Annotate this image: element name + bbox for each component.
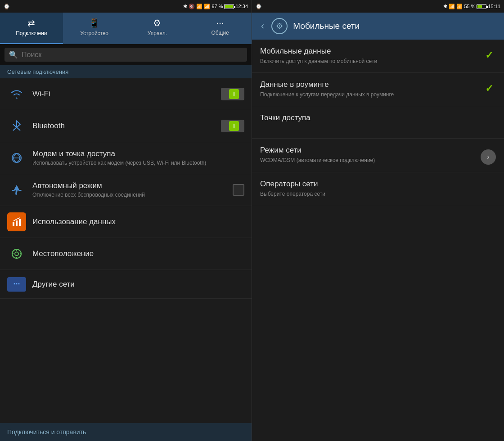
right-panel: ⌚ ✱ 📶 📶 55 % 15:11 ‹ ⚙ Мобильные сети Мо…	[252, 0, 504, 441]
bluetooth-icon	[7, 117, 26, 135]
right-item-mobile-data[interactable]: Мобильные данные Включить доступ к данны…	[252, 40, 504, 73]
tab-connect[interactable]: ⇄ Подключени	[0, 13, 63, 44]
settings-list: Wi-Fi I Bluetooth I	[0, 78, 252, 423]
settings-item-airplane[interactable]: Автономный режим Отключение всех беспров…	[0, 174, 252, 206]
right-header: ‹ ⚙ Мобильные сети	[252, 13, 504, 40]
bluetooth-toggle-inner: I	[229, 121, 239, 131]
settings-item-wifi[interactable]: Wi-Fi I	[0, 78, 252, 110]
search-input[interactable]	[22, 51, 243, 59]
operators-title: Операторы сети	[260, 180, 496, 189]
bottom-bar-connect[interactable]: Подключиться и отправить	[0, 423, 252, 441]
settings-item-location[interactable]: Местоположение	[0, 238, 252, 270]
wifi-toggle[interactable]: I	[221, 88, 244, 100]
modem-icon	[7, 148, 26, 167]
airplane-title: Автономный режим	[32, 181, 233, 190]
airplane-item-text: Автономный режим Отключение всех беспров…	[32, 181, 233, 199]
airplane-icon	[7, 180, 26, 199]
tab-connect-label: Подключени	[16, 30, 47, 36]
location-item-text: Местоположение	[32, 249, 244, 258]
operators-subtitle: Выберите оператора сети	[260, 190, 496, 198]
right-time: 15:11	[488, 4, 500, 9]
settings-item-data-usage[interactable]: Использование данных	[0, 206, 252, 238]
settings-item-bluetooth[interactable]: Bluetooth I	[0, 110, 252, 142]
access-points-title: Точки доступа	[260, 113, 496, 122]
time-left: 12:34	[235, 4, 248, 9]
left-panel: ⌚ ✱ 🔇 📶 📶 97 % 12:34 ⇄ Подключени 📱 Устр…	[0, 0, 252, 441]
tab-device-label: Устройство	[80, 30, 108, 36]
right-status-left: ⌚	[256, 4, 262, 9]
right-status-bar: ⌚ ✱ 📶 📶 55 % 15:11	[252, 0, 504, 13]
tab-device-icon: 📱	[89, 18, 100, 28]
network-mode-subtitle: WCDMA/GSM (автоматическое подключение)	[260, 157, 481, 164]
right-battery-percent: 55	[464, 4, 469, 9]
tab-general-label: Общие	[211, 30, 229, 36]
mobile-data-checkmark: ✓	[482, 49, 496, 62]
wifi-icon	[7, 85, 26, 104]
roaming-checkmark: ✓	[482, 82, 496, 95]
network-mode-text: Режим сети WCDMA/GSM (автоматическое под…	[260, 146, 481, 164]
search-icon: 🔍	[9, 50, 18, 59]
mobile-data-text: Мобильные данные Включить доступ к данны…	[260, 47, 482, 65]
right-status-right: ✱ 📶 📶 55 % 15:11	[443, 4, 500, 9]
tab-general[interactable]: ··· Общие	[189, 13, 252, 44]
right-item-access-points[interactable]: Точки доступа	[252, 106, 504, 139]
network-mode-chevron: ›	[481, 149, 496, 165]
modem-item-text: Модем и точка доступа Использовать устро…	[32, 149, 244, 167]
right-battery-fill	[477, 5, 482, 8]
wifi-status-icon: 📶	[196, 4, 202, 9]
gear-icon: ⚙	[271, 18, 288, 34]
data-usage-icon	[7, 212, 26, 231]
access-points-text: Точки доступа	[260, 113, 496, 124]
roaming-title: Данные в роуминге	[260, 80, 482, 89]
right-wifi-icon: 📶	[449, 4, 455, 9]
location-title: Местоположение	[32, 249, 244, 258]
tab-connect-icon: ⇄	[27, 18, 35, 28]
left-status-right: ✱ 🔇 📶 📶 97 % 12:34	[183, 4, 248, 9]
bluetooth-status-icon: ✱	[183, 4, 187, 9]
right-settings-list: Мобильные данные Включить доступ к данны…	[252, 40, 504, 441]
svg-point-6	[15, 252, 18, 256]
right-bluetooth-icon: ✱	[443, 4, 447, 9]
wifi-item-text: Wi-Fi	[32, 90, 221, 99]
svg-rect-2	[13, 222, 14, 226]
airplane-checkbox[interactable]	[233, 184, 244, 196]
other-networks-item-text: Другие сети	[32, 280, 244, 289]
network-mode-title: Режим сети	[260, 146, 481, 155]
other-networks-icon: ···	[7, 277, 26, 292]
tab-device[interactable]: 📱 Устройство	[63, 13, 126, 44]
bluetooth-item-text: Bluetooth	[32, 122, 221, 130]
back-arrow-icon: ‹	[261, 20, 264, 32]
mobile-data-title: Мобильные данные	[260, 47, 482, 56]
bottom-bar-label: Подключиться и отправить	[7, 428, 86, 436]
right-battery-bar	[477, 4, 486, 9]
svg-rect-3	[16, 220, 18, 226]
battery-percent-left: 97	[212, 4, 217, 9]
bluetooth-toggle[interactable]: I	[221, 120, 244, 132]
wifi-toggle-inner: I	[229, 89, 239, 99]
location-icon	[7, 244, 26, 263]
modem-subtitle: Использовать устройство как модем (через…	[32, 159, 244, 167]
svg-rect-4	[19, 219, 21, 226]
right-header-title: Мобильные сети	[293, 21, 360, 31]
right-item-operators[interactable]: Операторы сети Выберите оператора сети	[252, 172, 504, 206]
settings-item-other-networks[interactable]: ··· Другие сети	[0, 270, 252, 299]
modem-title: Модем и точка доступа	[32, 149, 244, 158]
battery-bar-left	[224, 4, 234, 9]
tab-manage[interactable]: ⚙ Управл.	[126, 13, 189, 44]
roaming-subtitle: Подключение к услугам передачи данных в …	[260, 91, 482, 99]
watch-icon: ⌚	[4, 4, 10, 9]
right-signal-icon: 📶	[456, 4, 463, 9]
tab-manage-label: Управл.	[148, 30, 167, 36]
signal-status-icon: 📶	[204, 4, 210, 9]
search-input-wrap[interactable]: 🔍	[4, 48, 247, 62]
settings-item-modem[interactable]: Модем и точка доступа Использовать устро…	[0, 142, 252, 174]
section-header-network: Сетевые подключения	[0, 65, 252, 78]
battery-fill-left	[225, 5, 233, 8]
mobile-data-subtitle: Включить доступ к данным по мобильной се…	[260, 58, 482, 65]
back-button[interactable]: ‹	[259, 18, 266, 34]
tabs-bar: ⇄ Подключени 📱 Устройство ⚙ Управл. ··· …	[0, 13, 252, 44]
tab-manage-icon: ⚙	[153, 18, 161, 28]
right-item-roaming[interactable]: Данные в роуминге Подключение к услугам …	[252, 73, 504, 106]
right-item-network-mode[interactable]: Режим сети WCDMA/GSM (автоматическое под…	[252, 139, 504, 172]
operators-text: Операторы сети Выберите оператора сети	[260, 180, 496, 198]
